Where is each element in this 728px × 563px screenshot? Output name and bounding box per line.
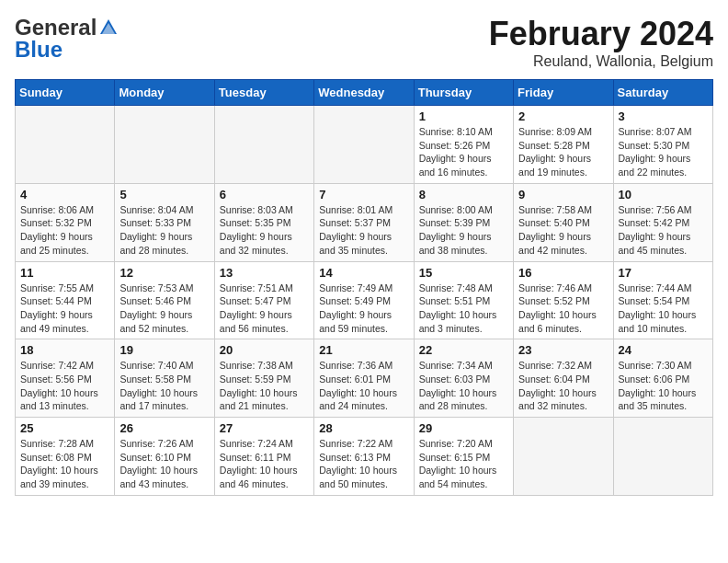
day-info: Sunrise: 8:06 AMSunset: 5:32 PMDaylight:… [20,203,109,258]
logo-blue: Blue [15,37,63,63]
day-number: 22 [419,343,508,357]
calendar-cell: 20Sunrise: 7:38 AMSunset: 5:59 PMDayligh… [214,339,313,418]
calendar-cell: 19Sunrise: 7:40 AMSunset: 5:58 PMDayligh… [115,339,214,418]
calendar-cell: 22Sunrise: 7:34 AMSunset: 6:03 PMDayligh… [414,339,513,418]
day-number: 8 [419,188,508,201]
day-number: 7 [319,188,408,201]
calendar-cell: 4Sunrise: 8:06 AMSunset: 5:32 PMDaylight… [16,183,115,261]
day-info: Sunrise: 7:53 AMSunset: 5:46 PMDaylight:… [119,282,209,336]
day-info: Sunrise: 7:32 AMSunset: 6:04 PMDaylight:… [518,359,608,413]
day-number: 16 [518,266,608,280]
calendar-cell: 24Sunrise: 7:30 AMSunset: 6:06 PMDayligh… [613,339,712,418]
day-number: 10 [619,188,708,201]
calendar-cell [314,106,414,184]
day-info: Sunrise: 7:51 AMSunset: 5:47 PMDaylight:… [220,282,309,336]
day-info: Sunrise: 7:36 AMSunset: 6:01 PMDaylight:… [319,359,408,413]
calendar-cell: 29Sunrise: 7:20 AMSunset: 6:15 PMDayligh… [414,418,513,496]
logo: General Blue [15,15,119,63]
day-info: Sunrise: 8:07 AMSunset: 5:30 PMDaylight:… [619,125,708,179]
calendar-cell: 10Sunrise: 7:56 AMSunset: 5:42 PMDayligh… [613,183,712,261]
calendar-cell: 7Sunrise: 8:01 AMSunset: 5:37 PMDaylight… [314,183,414,261]
calendar-cell: 15Sunrise: 7:48 AMSunset: 5:51 PMDayligh… [414,261,513,339]
day-number: 2 [518,109,608,123]
calendar-cell: 9Sunrise: 7:58 AMSunset: 5:40 PMDaylight… [514,183,613,261]
day-number: 18 [20,343,109,357]
day-info: Sunrise: 7:55 AMSunset: 5:44 PMDaylight:… [20,282,109,336]
day-number: 20 [220,343,309,357]
day-info: Sunrise: 7:48 AMSunset: 5:51 PMDaylight:… [419,282,508,336]
day-number: 4 [20,188,109,201]
calendar-cell: 17Sunrise: 7:44 AMSunset: 5:54 PMDayligh… [613,261,712,339]
day-number: 27 [220,421,309,435]
calendar-table: SundayMondayTuesdayWednesdayThursdayFrid… [15,79,713,496]
calendar-cell: 8Sunrise: 8:00 AMSunset: 5:39 PMDaylight… [414,183,513,261]
calendar-cell: 14Sunrise: 7:49 AMSunset: 5:49 PMDayligh… [314,261,414,339]
day-number: 12 [119,266,209,280]
day-info: Sunrise: 7:34 AMSunset: 6:03 PMDaylight:… [419,359,508,413]
calendar-cell: 11Sunrise: 7:55 AMSunset: 5:44 PMDayligh… [16,261,115,339]
day-number: 14 [319,266,408,280]
day-info: Sunrise: 7:20 AMSunset: 6:15 PMDaylight:… [419,437,508,491]
calendar-cell: 21Sunrise: 7:36 AMSunset: 6:01 PMDayligh… [314,339,414,418]
day-number: 6 [220,188,309,201]
day-info: Sunrise: 7:58 AMSunset: 5:40 PMDaylight:… [518,203,608,258]
calendar-cell: 13Sunrise: 7:51 AMSunset: 5:47 PMDayligh… [214,261,313,339]
calendar-cell: 18Sunrise: 7:42 AMSunset: 5:56 PMDayligh… [16,339,115,418]
day-number: 26 [119,421,209,435]
calendar-week-row: 1Sunrise: 8:10 AMSunset: 5:26 PMDaylight… [16,106,713,184]
weekday-header: Wednesday [314,80,414,106]
calendar-cell [115,106,214,184]
day-info: Sunrise: 7:28 AMSunset: 6:08 PMDaylight:… [20,437,109,491]
day-number: 3 [619,109,708,123]
day-info: Sunrise: 7:26 AMSunset: 6:10 PMDaylight:… [119,437,209,491]
weekday-header: Saturday [613,80,712,106]
day-info: Sunrise: 7:56 AMSunset: 5:42 PMDaylight:… [619,203,708,258]
calendar-week-row: 25Sunrise: 7:28 AMSunset: 6:08 PMDayligh… [16,418,713,496]
weekday-header: Friday [514,80,613,106]
day-number: 15 [419,266,508,280]
day-number: 19 [119,343,209,357]
day-info: Sunrise: 8:01 AMSunset: 5:37 PMDaylight:… [319,203,408,258]
weekday-header: Sunday [16,80,115,106]
day-number: 24 [619,343,708,357]
day-info: Sunrise: 8:10 AMSunset: 5:26 PMDaylight:… [419,125,508,179]
weekday-header: Monday [115,80,214,106]
day-number: 1 [419,109,508,123]
day-number: 17 [619,266,708,280]
calendar-cell: 27Sunrise: 7:24 AMSunset: 6:11 PMDayligh… [214,418,313,496]
calendar-body: 1Sunrise: 8:10 AMSunset: 5:26 PMDaylight… [16,106,713,496]
calendar-week-row: 18Sunrise: 7:42 AMSunset: 5:56 PMDayligh… [16,339,713,418]
calendar-cell: 26Sunrise: 7:26 AMSunset: 6:10 PMDayligh… [115,418,214,496]
weekday-header: Tuesday [214,80,313,106]
day-number: 25 [20,421,109,435]
day-info: Sunrise: 7:42 AMSunset: 5:56 PMDaylight:… [20,359,109,413]
day-info: Sunrise: 8:00 AMSunset: 5:39 PMDaylight:… [419,203,508,258]
calendar-header-row: SundayMondayTuesdayWednesdayThursdayFrid… [16,80,713,106]
day-info: Sunrise: 7:46 AMSunset: 5:52 PMDaylight:… [518,282,608,336]
day-info: Sunrise: 7:30 AMSunset: 6:06 PMDaylight:… [619,359,708,413]
day-info: Sunrise: 7:22 AMSunset: 6:13 PMDaylight:… [319,437,408,491]
location-title: Reuland, Wallonia, Belgium [489,53,713,70]
day-number: 21 [319,343,408,357]
day-info: Sunrise: 7:40 AMSunset: 5:58 PMDaylight:… [119,359,209,413]
day-info: Sunrise: 7:49 AMSunset: 5:49 PMDaylight:… [319,282,408,336]
day-number: 23 [518,343,608,357]
month-title: February 2024 [489,15,713,53]
day-number: 28 [319,421,408,435]
title-area: February 2024 Reuland, Wallonia, Belgium [489,15,713,70]
day-info: Sunrise: 7:44 AMSunset: 5:54 PMDaylight:… [619,282,708,336]
calendar-cell: 6Sunrise: 8:03 AMSunset: 5:35 PMDaylight… [214,183,313,261]
calendar-cell: 25Sunrise: 7:28 AMSunset: 6:08 PMDayligh… [16,418,115,496]
calendar-cell: 12Sunrise: 7:53 AMSunset: 5:46 PMDayligh… [115,261,214,339]
calendar-cell [214,106,313,184]
header: General Blue February 2024 Reuland, Wall… [15,15,713,70]
day-number: 9 [518,188,608,201]
calendar-cell: 23Sunrise: 7:32 AMSunset: 6:04 PMDayligh… [514,339,613,418]
calendar-cell: 2Sunrise: 8:09 AMSunset: 5:28 PMDaylight… [514,106,613,184]
day-info: Sunrise: 8:09 AMSunset: 5:28 PMDaylight:… [518,125,608,179]
calendar-cell: 28Sunrise: 7:22 AMSunset: 6:13 PMDayligh… [314,418,414,496]
calendar-cell [613,418,712,496]
logo-icon [98,17,119,38]
day-number: 29 [419,421,508,435]
weekday-header: Thursday [414,80,513,106]
